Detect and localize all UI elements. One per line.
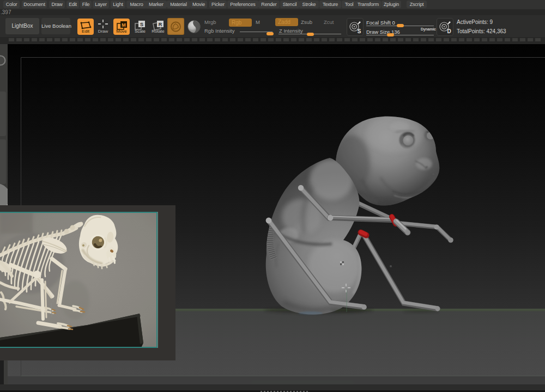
svg-text:S: S	[140, 22, 143, 27]
svg-text:M: M	[122, 22, 126, 28]
svg-text:S: S	[358, 28, 361, 34]
svg-text:R: R	[159, 22, 162, 27]
svg-text:D: D	[447, 28, 451, 34]
